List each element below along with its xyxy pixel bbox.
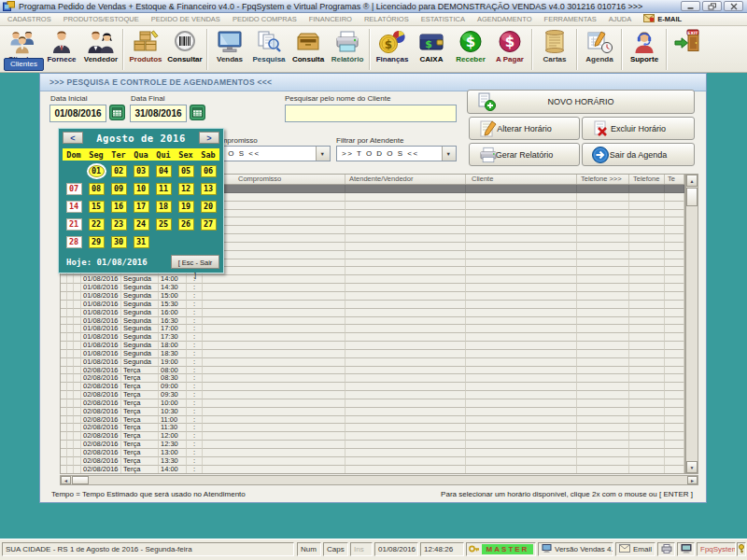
menu-relat-rios[interactable]: RELATÓRIOS bbox=[364, 15, 409, 23]
restore-button[interactable] bbox=[702, 1, 722, 11]
scroll-thumb[interactable] bbox=[72, 476, 89, 484]
table-row[interactable]: 01/08/2016Segunda15:00: bbox=[61, 292, 684, 301]
calendar-day-07[interactable]: 07 bbox=[66, 183, 82, 195]
table-row[interactable]: 02/08/2016Terça09:30: bbox=[61, 391, 684, 399]
menu-cadastros[interactable]: CADASTROS bbox=[7, 15, 51, 23]
table-row[interactable]: 02/08/2016Terça14:00: bbox=[61, 466, 684, 474]
scroll-thumb[interactable] bbox=[686, 188, 698, 206]
column-header-cliente[interactable]: Cliente bbox=[466, 175, 577, 184]
column-header-telefone[interactable]: Telefone >>> bbox=[577, 175, 629, 184]
table-row[interactable]: 02/08/2016Terça12:00: bbox=[61, 432, 684, 441]
table-row[interactable]: 02/08/2016Terça11:00: bbox=[61, 416, 684, 425]
table-row[interactable]: 01/08/2016Segunda14:00: bbox=[61, 275, 684, 284]
calendar-day-23[interactable]: 23 bbox=[111, 218, 127, 231]
table-row[interactable]: 02/08/2016Terça13:00: bbox=[61, 449, 684, 457]
table-vertical-scrollbar[interactable]: ▲ ▼ bbox=[685, 174, 698, 474]
toolbar-caixa[interactable]: $CAIXA bbox=[412, 27, 451, 72]
table-row[interactable]: 02/08/2016Terça09:00: bbox=[61, 383, 684, 391]
menu-financeiro[interactable]: FINANCEIRO bbox=[309, 15, 352, 23]
toolbar-vendedor[interactable]: Vendedor bbox=[81, 27, 120, 72]
close-button[interactable] bbox=[724, 1, 743, 11]
alterar-horario-button[interactable]: Alterar Horário bbox=[469, 117, 580, 140]
toolbar-cartas[interactable]: Cartas bbox=[535, 27, 574, 72]
calendar-day-20[interactable]: 20 bbox=[201, 201, 217, 213]
calendar-day-21[interactable]: 21 bbox=[66, 218, 82, 231]
scroll-up-button[interactable]: ▲ bbox=[686, 175, 698, 187]
calendar-day-25[interactable]: 25 bbox=[156, 218, 172, 231]
calendar-day-29[interactable]: 29 bbox=[89, 236, 105, 248]
status-email[interactable]: Email bbox=[615, 542, 655, 556]
calendar-day-11[interactable]: 11 bbox=[156, 183, 172, 195]
menu-agendamento[interactable]: AGENDAMENTO bbox=[477, 15, 532, 23]
calendar-day-05[interactable]: 05 bbox=[178, 165, 194, 177]
calendar-day-01[interactable]: 01 bbox=[89, 165, 105, 177]
table-row[interactable]: 01/08/2016Segunda18:00: bbox=[61, 342, 684, 350]
table-row[interactable]: 01/08/2016Segunda18:30: bbox=[61, 350, 684, 358]
cliente-search-input[interactable] bbox=[285, 105, 457, 122]
table-horizontal-scrollbar[interactable]: ◄ ► bbox=[60, 475, 698, 485]
dropdown-arrow-icon[interactable]: ▼ bbox=[316, 147, 330, 161]
calendar-day-12[interactable]: 12 bbox=[178, 183, 194, 195]
calendar-day-02[interactable]: 02 bbox=[111, 165, 127, 177]
toolbar-agenda[interactable]: Agenda bbox=[580, 27, 619, 72]
table-row[interactable]: 01/08/2016Segunda15:30: bbox=[61, 301, 684, 309]
atendente-select[interactable]: >> T O D O S << ▼ bbox=[336, 146, 457, 161]
toolbar-financas[interactable]: $Finanças bbox=[373, 27, 412, 72]
scroll-right-button[interactable]: ► bbox=[687, 476, 698, 484]
toolbar-a-pagar[interactable]: $A Pagar bbox=[490, 27, 529, 72]
calendar-day-18[interactable]: 18 bbox=[156, 201, 172, 213]
table-row[interactable]: 02/08/2016Terça08:30: bbox=[61, 374, 684, 383]
gerar-relatorio-button[interactable]: Gerar Relatório bbox=[469, 143, 580, 166]
calendar-prev-button[interactable]: < bbox=[63, 132, 83, 144]
table-row[interactable]: 02/08/2016Terça12:30: bbox=[61, 441, 684, 449]
menu-ferramentas[interactable]: FERRAMENTAS bbox=[544, 15, 597, 23]
data-final-calendar-button[interactable] bbox=[189, 105, 206, 122]
calendar-day-30[interactable]: 30 bbox=[111, 236, 127, 248]
table-row[interactable]: 02/08/2016Terça10:00: bbox=[61, 399, 684, 408]
calendar-day-10[interactable]: 10 bbox=[134, 183, 149, 195]
column-header-te[interactable]: Te bbox=[665, 175, 684, 184]
toolbar-fornece[interactable]: Fornece bbox=[42, 27, 81, 72]
table-row[interactable]: 01/08/2016Segunda19:00: bbox=[61, 358, 684, 367]
table-row[interactable]: 01/08/2016Segunda16:00: bbox=[61, 309, 684, 317]
menu-ajuda[interactable]: AJUDA bbox=[609, 15, 632, 23]
toolbar-suporte[interactable]: Suporte bbox=[625, 27, 664, 72]
data-inicial-input[interactable] bbox=[49, 105, 106, 122]
calendar-day-16[interactable]: 16 bbox=[111, 201, 127, 213]
menu-produtos-estoque[interactable]: PRODUTOS/ESTOQUE bbox=[63, 15, 139, 23]
data-final-input[interactable] bbox=[130, 105, 187, 122]
calendar-day-13[interactable]: 13 bbox=[201, 183, 217, 195]
novo-horario-button[interactable]: NOVO HORÁRIO bbox=[467, 90, 695, 114]
calendar-day-24[interactable]: 24 bbox=[134, 218, 149, 231]
excluir-horario-button[interactable]: Excluir Horário bbox=[582, 117, 695, 140]
calendar-day-31[interactable]: 31 bbox=[134, 236, 149, 248]
table-row[interactable]: 01/08/2016Segunda17:30: bbox=[61, 333, 684, 342]
scroll-left-button[interactable]: ◄ bbox=[61, 476, 71, 484]
menu-email[interactable]: E-MAIL bbox=[643, 14, 682, 24]
dropdown-arrow-icon[interactable]: ▼ bbox=[442, 147, 456, 161]
toolbar-consultar[interactable]: Consultar bbox=[165, 27, 204, 72]
table-row[interactable]: 01/08/2016Segunda14:30: bbox=[61, 284, 684, 292]
table-row[interactable]: 01/08/2016Segunda17:00: bbox=[61, 325, 684, 333]
table-row[interactable]: 02/08/2016Terça11:30: bbox=[61, 424, 684, 432]
toolbar-vendas[interactable]: Vendas bbox=[210, 27, 249, 72]
status-printer[interactable] bbox=[657, 542, 675, 556]
calendar-esc-button[interactable]: [ Esc - Sair ] bbox=[171, 255, 219, 269]
column-header-telefone[interactable]: Telefone bbox=[629, 175, 665, 184]
calendar-day-06[interactable]: 06 bbox=[201, 165, 217, 177]
calendar-day-14[interactable]: 14 bbox=[66, 201, 82, 213]
toolbar-consulta[interactable]: Consulta bbox=[289, 27, 328, 72]
data-inicial-calendar-button[interactable] bbox=[108, 105, 126, 122]
column-header-atendente-vendedor[interactable]: Atendente/Vendedor bbox=[345, 175, 466, 184]
calendar-day-09[interactable]: 09 bbox=[111, 183, 127, 195]
toolbar-sair-exit[interactable]: EXIT bbox=[669, 27, 709, 72]
menu-pedido-de-vendas[interactable]: PEDIDO DE VENDAS bbox=[151, 15, 220, 23]
calendar-day-26[interactable]: 26 bbox=[178, 218, 194, 231]
toolbar-receber[interactable]: $Receber bbox=[451, 27, 490, 72]
calendar-day-15[interactable]: 15 bbox=[89, 201, 105, 213]
toolbar-pesquisa[interactable]: Pesquisa bbox=[249, 27, 289, 72]
calendar-day-27[interactable]: 27 bbox=[201, 218, 217, 231]
toolbar-relatorio[interactable]: Relatório bbox=[328, 27, 367, 72]
minimize-button[interactable] bbox=[681, 1, 700, 11]
sair-agenda-button[interactable]: Sair da Agenda bbox=[582, 143, 695, 166]
